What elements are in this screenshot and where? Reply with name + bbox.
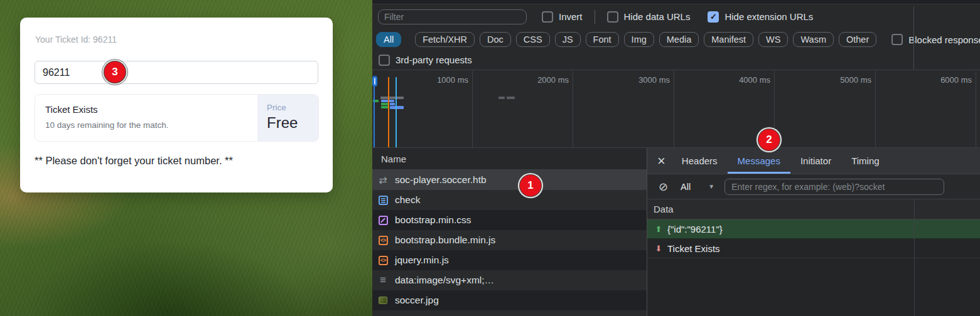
- document-icon: [377, 194, 389, 206]
- waterfall-bar: [380, 97, 404, 99]
- blocked-response-cookies-label: Blocked response cookies: [908, 34, 980, 45]
- close-icon[interactable]: ×: [657, 148, 665, 174]
- timeline-segment: 5000 ms: [775, 71, 876, 147]
- annotation-badge-3: 3: [104, 61, 126, 83]
- devtools-top-edge: [372, 0, 980, 4]
- script-icon: <>: [377, 255, 389, 266]
- hide-extension-urls-checkbox[interactable]: ✓: [708, 11, 719, 23]
- message-text: {"id":"96211"}: [667, 224, 723, 234]
- dom-content-loaded-marker: [388, 77, 389, 147]
- waterfall-bar: [498, 97, 505, 99]
- filter-chip-fetch-xhr[interactable]: Fetch/XHR: [415, 32, 475, 47]
- request-row-check[interactable]: check: [372, 190, 647, 210]
- request-list: Name ⇄ soc-player.soccer.htb check boots…: [372, 148, 647, 316]
- invert-checkbox-group: Invert: [542, 11, 583, 23]
- toolbar-separator: [595, 10, 595, 24]
- clear-icon[interactable]: ⊘: [659, 180, 668, 194]
- websocket-icon: ⇄: [377, 174, 389, 186]
- selection-edge-line: [374, 86, 375, 147]
- hide-extension-urls-label: Hide extension URLs: [724, 11, 813, 22]
- price-box: Price Free: [257, 95, 318, 141]
- data-url-icon: ≡: [377, 275, 389, 286]
- data-column-divider: [914, 199, 915, 316]
- timeline-tick: 2000 ms: [537, 75, 569, 85]
- request-row-data-url[interactable]: ≡ data:image/svg+xml;…: [372, 270, 647, 290]
- load-event-marker: [396, 77, 397, 147]
- data-column-header[interactable]: Data: [647, 199, 980, 219]
- timeline-segment: 1000 ms: [372, 71, 473, 147]
- soccer-ticket-page: Your Ticket Id: 96211 Ticket Exists 10 d…: [0, 0, 372, 316]
- hide-extension-urls-group: ✓ Hide extension URLs: [708, 11, 813, 23]
- third-party-checkbox[interactable]: [379, 55, 390, 66]
- filter-chip-doc[interactable]: Doc: [480, 32, 511, 47]
- request-row-soc-player[interactable]: ⇄ soc-player.soccer.htb: [372, 170, 647, 190]
- filter-chip-font[interactable]: Font: [586, 32, 619, 47]
- ticket-id-input[interactable]: [35, 61, 318, 84]
- filter-chip-manifest[interactable]: Manifest: [704, 32, 753, 47]
- chevron-down-icon[interactable]: ▼: [708, 183, 714, 190]
- received-arrow-icon: ⬇: [654, 244, 664, 253]
- filter-chip-all[interactable]: All: [376, 32, 401, 47]
- waterfall-bar: [390, 103, 395, 105]
- resource-type-filters: All Fetch/XHR Doc CSS JS Font Img Media …: [372, 29, 980, 50]
- filter-chip-css[interactable]: CSS: [516, 32, 550, 47]
- tab-timing[interactable]: Timing: [841, 148, 889, 174]
- script-icon: <>: [377, 234, 389, 246]
- tab-initiator[interactable]: Initiator: [790, 148, 841, 174]
- request-row-soccer-jpg[interactable]: soccer.jpg: [372, 290, 647, 310]
- image-icon: [377, 295, 389, 306]
- third-party-toolbar: 3rd-party requests: [372, 50, 980, 70]
- ws-message-sent[interactable]: ⬆ {"id":"96211"}: [647, 219, 980, 239]
- request-row-bootstrap-css[interactable]: bootstrap.min.css: [372, 210, 647, 230]
- detail-tab-bar: × Headers Messages Initiator Timing: [647, 148, 980, 174]
- timeline-segment: 2000 ms: [473, 71, 573, 147]
- hide-data-urls-label: Hide data URLs: [624, 11, 691, 22]
- request-name: soc-player.soccer.htb: [395, 174, 487, 186]
- request-name: bootstrap.bundle.min.js: [395, 234, 495, 246]
- hide-data-urls-checkbox[interactable]: [607, 11, 618, 23]
- filter-chip-other[interactable]: Other: [839, 32, 876, 47]
- request-detail-pane: × Headers Messages Initiator Timing ⊘ Al…: [647, 148, 980, 316]
- tab-headers[interactable]: Headers: [672, 148, 728, 174]
- timeline-drag-handle[interactable]: [372, 76, 377, 87]
- requests-and-detail: Name ⇄ soc-player.soccer.htb check boots…: [372, 148, 980, 316]
- ws-message-received[interactable]: ⬇ Ticket Exists: [647, 239, 980, 258]
- network-filter-input[interactable]: [378, 9, 527, 24]
- ticket-result-card: Ticket Exists 10 days remaining for the …: [35, 94, 319, 142]
- filter-chip-js[interactable]: JS: [555, 32, 581, 47]
- ticket-card: Your Ticket Id: 96211 Ticket Exists 10 d…: [20, 18, 333, 192]
- timeline-tick: 5000 ms: [840, 75, 871, 85]
- toolbar-section-separator: [913, 6, 914, 69]
- request-name: jquery.min.js: [395, 255, 449, 266]
- network-overview-timeline[interactable]: 1000 ms 2000 ms 3000 ms 4000 ms 5000 ms …: [372, 71, 980, 148]
- network-filter-toolbar: Invert Hide data URLs ✓ Hide extension U…: [372, 4, 980, 29]
- devtools-network-panel: Invert Hide data URLs ✓ Hide extension U…: [372, 0, 980, 316]
- request-row-jquery[interactable]: <> jquery.min.js: [372, 250, 647, 270]
- price-value: Free: [267, 114, 318, 132]
- timeline-tick: 4000 ms: [739, 75, 770, 85]
- messages-toolbar: ⊘ All ▼: [647, 174, 980, 199]
- result-title: Ticket Exists: [45, 104, 257, 115]
- annotation-badge-1: 1: [520, 175, 541, 196]
- price-label: Price: [267, 103, 318, 112]
- filter-chip-ws[interactable]: WS: [758, 32, 788, 47]
- invert-checkbox[interactable]: [542, 11, 553, 23]
- request-row-bootstrap-js[interactable]: <> bootstrap.bundle.min.js: [372, 230, 647, 250]
- timeline-segment: 3000 ms: [574, 71, 674, 147]
- filter-chip-media[interactable]: Media: [659, 32, 699, 47]
- waterfall-bar: [390, 106, 404, 109]
- sent-arrow-icon: ⬆: [654, 224, 664, 234]
- message-text: Ticket Exists: [667, 243, 720, 254]
- filter-chip-wasm[interactable]: Wasm: [793, 32, 834, 47]
- message-type-select[interactable]: All: [681, 182, 691, 192]
- screenshot-root: Your Ticket Id: 96211 Ticket Exists 10 d…: [0, 0, 980, 316]
- request-name: data:image/svg+xml;…: [395, 275, 494, 286]
- name-column-header[interactable]: Name: [372, 148, 647, 170]
- timeline-tick: 3000 ms: [638, 75, 670, 85]
- tab-messages[interactable]: Messages: [728, 148, 790, 174]
- request-name: check: [395, 194, 421, 206]
- filter-chip-img[interactable]: Img: [624, 32, 654, 47]
- message-regex-input[interactable]: [724, 179, 944, 195]
- blocked-response-cookies-checkbox[interactable]: [891, 34, 903, 45]
- invert-label: Invert: [559, 11, 583, 22]
